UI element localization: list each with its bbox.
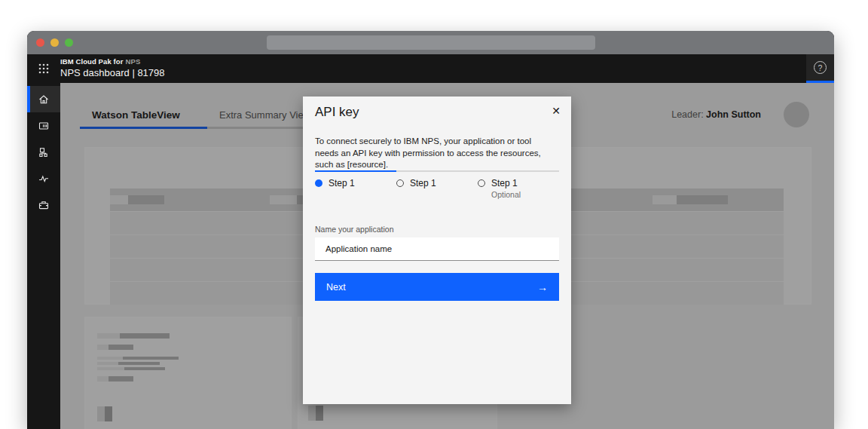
- brand-prefix: IBM Cloud Pak for: [60, 57, 124, 66]
- screenshot-canvas: IBM Cloud Pak forNPS NPS dashboard | 817…: [0, 0, 868, 429]
- table-panel-icon: [38, 120, 50, 132]
- browser-window: IBM Cloud Pak forNPS NPS dashboard | 817…: [27, 31, 834, 429]
- sidebar-item-toolbox[interactable]: [27, 192, 60, 218]
- app-body: Watson TableView Extra Summary Views Lea…: [27, 83, 834, 429]
- app-header: IBM Cloud Pak forNPS NPS dashboard | 817…: [27, 54, 834, 83]
- progress-step-1[interactable]: Step 1: [315, 170, 396, 199]
- window-controls: [36, 38, 73, 47]
- home-icon: [38, 93, 50, 106]
- progress-step-3[interactable]: Step 1 Optional: [478, 170, 559, 199]
- progress-indicator: Step 1 Step 1 Step 1: [315, 170, 559, 199]
- step-incomplete-icon: [396, 179, 404, 187]
- step-optional-label: Optional: [491, 190, 521, 199]
- step-label: Step 1: [410, 178, 436, 188]
- application-name-input[interactable]: [315, 237, 559, 261]
- modal-title: API key: [315, 105, 359, 120]
- help-button[interactable]: ?: [806, 54, 834, 83]
- modal-description: To connect securely to IBM NPS, your app…: [315, 136, 546, 171]
- help-icon: ?: [814, 61, 827, 74]
- next-button-label: Next: [326, 282, 346, 293]
- close-window-button[interactable]: [36, 38, 44, 47]
- application-name-label: Name your application: [315, 225, 393, 234]
- app-switcher-button[interactable]: [27, 54, 60, 83]
- progress-step-2[interactable]: Step 1: [396, 170, 478, 199]
- close-icon[interactable]: ✕: [545, 100, 567, 122]
- minimize-window-button[interactable]: [50, 38, 59, 47]
- sidebar-item-home[interactable]: [27, 86, 60, 112]
- app-titles: IBM Cloud Pak forNPS NPS dashboard | 817…: [60, 57, 165, 79]
- category-icon: [38, 146, 50, 158]
- step-label: Step 1: [329, 178, 355, 188]
- address-bar[interactable]: [267, 35, 595, 50]
- browser-titlebar: [27, 31, 834, 54]
- next-button[interactable]: Next →: [315, 273, 559, 301]
- step-current-icon: [315, 179, 322, 187]
- product-name: IBM Cloud Pak forNPS: [60, 57, 165, 66]
- page-title: NPS dashboard | 81798: [60, 67, 165, 80]
- brand-suffix: NPS: [126, 57, 141, 66]
- sidebar-item-category[interactable]: [27, 139, 60, 165]
- sidebar-item-activity[interactable]: [27, 165, 60, 192]
- activity-icon: [38, 173, 50, 185]
- arrow-right-icon: →: [537, 281, 548, 293]
- step-incomplete-icon: [478, 179, 485, 187]
- api-key-modal: API key ✕ To connect securely to IBM NPS…: [303, 97, 571, 404]
- step-label: Step 1: [491, 178, 521, 188]
- sidebar-item-panels[interactable]: [27, 112, 60, 139]
- toolbox-icon: [38, 199, 50, 211]
- fullscreen-window-button[interactable]: [65, 38, 73, 47]
- main-content: Watson TableView Extra Summary Views Lea…: [60, 83, 834, 429]
- grid-icon: [38, 63, 50, 75]
- left-nav: [27, 83, 60, 429]
